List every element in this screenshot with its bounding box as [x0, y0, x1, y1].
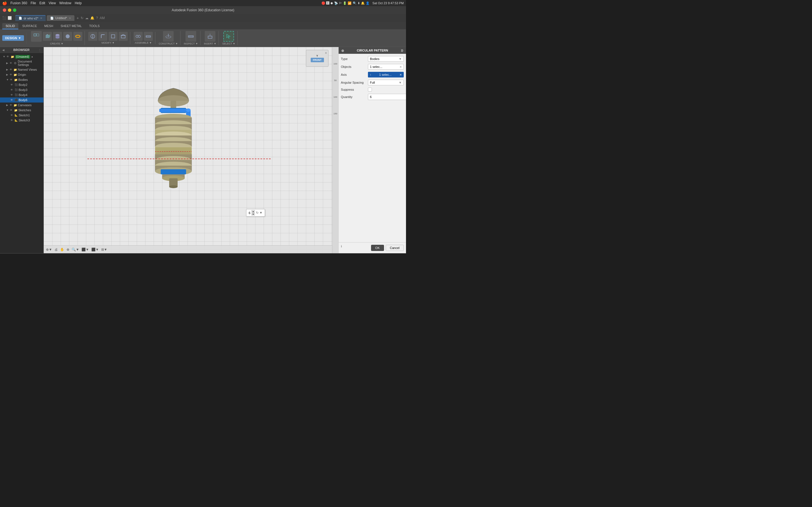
tab-solid[interactable]: SOLID — [2, 23, 18, 29]
eye-icon-sketch1[interactable]: 👁 — [10, 113, 13, 117]
tree-item-sketches[interactable]: ▼ 👁 📁 Sketches — [0, 108, 43, 113]
viewport-tool-8[interactable]: ⊞▼ — [101, 247, 107, 251]
tab-sheetmetal[interactable]: SHEET METAL — [57, 23, 85, 29]
eye-icon-body2[interactable]: 👁 — [10, 83, 13, 87]
expand-sketches[interactable]: ▼ — [6, 109, 9, 112]
menu-help[interactable]: Help — [75, 1, 82, 5]
eye-icon-sketches[interactable]: 👁 — [9, 108, 13, 112]
tree-item-docsettings[interactable]: ▶ 👁 ⚙ Document Settings — [0, 59, 43, 67]
viewport-tool-1[interactable]: ⊕▼ — [46, 247, 52, 251]
expand-origin[interactable]: ▶ — [6, 73, 8, 76]
tab-mesh[interactable]: MESH — [41, 23, 57, 29]
cp-expand[interactable]: ⟩⟩ — [401, 49, 403, 52]
construct-plane[interactable] — [163, 31, 174, 42]
help-button[interactable]: ? — [96, 16, 98, 20]
viewport-tool-3[interactable]: ✋ — [60, 247, 64, 251]
front-label[interactable]: FRONT — [311, 58, 324, 62]
tree-item-body6[interactable]: 👁 ⬛ Body6 — [0, 98, 43, 103]
tab-drwho[interactable]: 📄 dr who v2* ✕ — [15, 15, 46, 21]
view-cube[interactable]: Y FRONT X — [306, 50, 328, 67]
eye-icon-origin[interactable]: 👁 — [9, 73, 13, 76]
tree-item-canvases[interactable]: ▶ 👁 📁 Canvases — [0, 103, 43, 108]
tree-item-body2[interactable]: 👁 ⬛ Body2 — [0, 82, 43, 87]
eye-icon-docsettings[interactable]: 👁 — [9, 61, 13, 65]
notification-button[interactable]: 🔔 — [90, 16, 94, 20]
expand-canvases[interactable]: ▶ — [6, 104, 8, 107]
new-tab-button[interactable]: + — [77, 16, 79, 20]
menu-edit[interactable]: Edit — [40, 1, 45, 5]
tab-close-untitled[interactable]: ✕ — [69, 17, 71, 20]
qty-up[interactable]: ▲ — [252, 210, 255, 213]
viewport-tool-2[interactable]: 🖨 — [54, 247, 58, 251]
tree-item-sketch3[interactable]: 👁 📐 Sketch3 — [0, 118, 43, 123]
cp-objects-value[interactable]: 1 selec... ✕ — [368, 64, 404, 69]
nav-back[interactable]: ⬛ — [2, 16, 6, 20]
expand-docsettings[interactable]: ▶ — [6, 62, 8, 64]
cp-objects-clear[interactable]: ✕ — [400, 65, 402, 68]
browser-menu[interactable]: ⋮ — [38, 48, 41, 52]
create-cylinder[interactable] — [53, 32, 62, 41]
viewport[interactable]: Y FRONT X 100 50 100 150 6 ▲ ▼ ↻ ▼ ⊕▼ 🖨 … — [44, 47, 338, 253]
tree-item-bodies[interactable]: ▼ 👁 📁 Bodies — [0, 77, 43, 82]
eye-icon-body6[interactable]: 👁 — [10, 98, 13, 102]
cp-info-icon[interactable]: ℹ — [341, 245, 342, 251]
expand-namedviews[interactable]: ▶ — [6, 68, 8, 71]
inspect-measure[interactable] — [186, 31, 196, 42]
close-button[interactable] — [3, 8, 6, 12]
eye-icon-root[interactable]: 👁 — [6, 55, 10, 59]
cp-cancel-button[interactable]: Cancel — [386, 245, 404, 251]
cp-ok-button[interactable]: OK — [371, 245, 384, 251]
modify-shell[interactable] — [119, 32, 128, 41]
nav-forward[interactable]: ⬜ — [8, 16, 12, 20]
viewport-tool-4[interactable]: ⊕ — [66, 247, 69, 251]
menu-window[interactable]: Window — [59, 1, 71, 5]
eye-icon-body3[interactable]: 👁 — [10, 88, 13, 92]
refresh-button[interactable]: ↻ — [81, 16, 84, 20]
eye-icon-sketch3[interactable]: 👁 — [10, 118, 13, 122]
eye-icon-canvases[interactable]: 👁 — [9, 103, 13, 107]
viewport-tool-6[interactable]: ⬛▼ — [82, 247, 89, 251]
modify-press-pull[interactable] — [88, 32, 97, 41]
tree-item-sketch1[interactable]: 👁 📐 Sketch1 — [0, 113, 43, 118]
cp-axis-clear[interactable]: ✕ — [400, 73, 402, 76]
eye-icon-body4[interactable]: 👁 — [10, 93, 13, 97]
cp-axis-value[interactable]: ↕ 1 selec... ✕ — [368, 72, 404, 77]
tree-item-body3[interactable]: 👁 ⬛ Body3 — [0, 87, 43, 93]
menu-fusion[interactable]: Fusion 360 — [10, 1, 27, 5]
tab-close-drwho[interactable]: ✕ — [40, 17, 42, 20]
quantity-float-input[interactable]: 6 ▲ ▼ ↻ ▼ — [246, 209, 265, 217]
create-new-component[interactable] — [31, 31, 42, 42]
tree-item-origin[interactable]: ▶ 👁 📁 Origin — [0, 72, 43, 77]
create-sphere[interactable] — [63, 32, 72, 41]
account-button[interactable]: AM — [100, 16, 105, 20]
rotate-icon[interactable]: ↻ ▼ — [256, 211, 262, 215]
select-tool[interactable] — [223, 31, 234, 42]
assemble-joint[interactable] — [134, 32, 143, 41]
tab-untitled[interactable]: 📄 Untitled* ✕ — [47, 15, 74, 21]
eye-icon-bodies[interactable]: 👁 — [9, 78, 13, 82]
cp-suppress-checkbox[interactable] — [368, 88, 372, 92]
assemble-ruler[interactable] — [144, 32, 153, 41]
viewport-tool-5[interactable]: 🔍▼ — [71, 247, 79, 251]
modify-fillet[interactable] — [98, 32, 107, 41]
viewport-tool-7[interactable]: ⬛▼ — [91, 247, 99, 251]
tree-item-namedviews[interactable]: ▶ 👁 📁 Named Views — [0, 67, 43, 72]
tree-item-root[interactable]: ▼ 👁 📁 (Unsaved) ● — [0, 54, 43, 59]
eye-icon-namedviews[interactable]: 👁 — [9, 68, 13, 71]
menu-file[interactable]: File — [31, 1, 36, 5]
browser-collapse[interactable]: ◀ — [2, 48, 4, 52]
minimize-button[interactable] — [8, 8, 11, 12]
apple-menu[interactable]: 🍎 — [2, 1, 7, 5]
qty-down[interactable]: ▼ — [252, 213, 255, 216]
tab-surface[interactable]: SURFACE — [19, 23, 40, 29]
create-box[interactable] — [43, 32, 52, 41]
design-dropdown[interactable]: DESIGN ▼ — [2, 35, 24, 41]
cp-type-dropdown[interactable]: Bodies ▼ — [368, 56, 404, 62]
menu-view[interactable]: View — [49, 1, 56, 5]
tab-tools[interactable]: TOOLS — [86, 23, 103, 29]
expand-root[interactable]: ▼ — [3, 55, 5, 58]
expand-bodies[interactable]: ▼ — [6, 78, 9, 81]
cloud-button[interactable]: ☁ — [85, 16, 89, 20]
cp-angular-dropdown[interactable]: Full ▼ — [368, 80, 404, 86]
cp-quantity-input[interactable] — [368, 94, 406, 100]
